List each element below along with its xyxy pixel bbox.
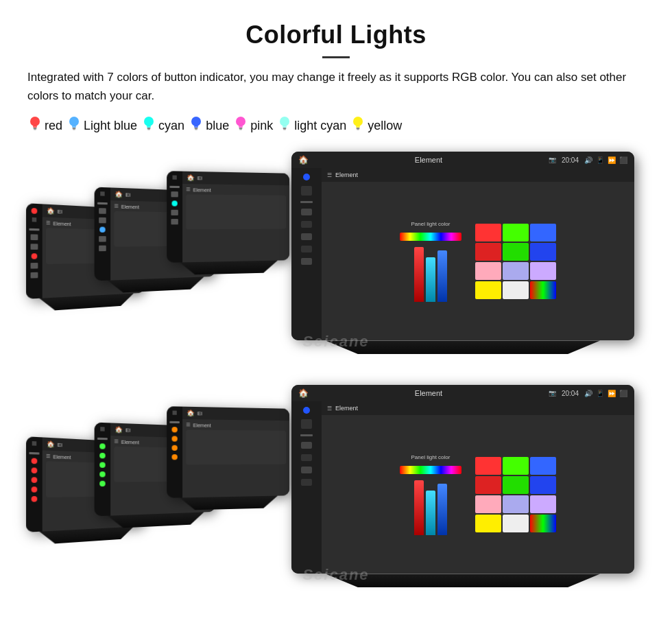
svg-rect-3	[34, 129, 36, 130]
svg-rect-26	[357, 128, 360, 129]
color-cell-0	[475, 224, 501, 242]
title-section: Colorful Lights	[27, 21, 645, 58]
svg-point-4	[69, 117, 79, 126]
color-cell-6	[475, 262, 501, 280]
cyan-label: cyan	[158, 119, 184, 133]
color-item-blue: blue	[189, 115, 229, 137]
blue-bulb-icon	[189, 115, 204, 137]
color-item-cyan: cyan	[141, 115, 184, 137]
svg-rect-19	[239, 129, 242, 130]
color-cell-4	[503, 243, 529, 261]
color-cell-7	[503, 495, 529, 513]
color-item-light-cyan: light cyan	[277, 115, 346, 137]
svg-rect-23	[283, 129, 286, 130]
svg-rect-25	[356, 126, 360, 128]
svg-rect-14	[195, 128, 198, 129]
svg-point-12	[191, 117, 201, 126]
color-cell-1	[503, 457, 529, 475]
red-label: red	[45, 119, 62, 133]
light-cyan-bulb-icon	[277, 115, 292, 137]
color-cell-3	[475, 476, 501, 494]
svg-rect-2	[34, 128, 37, 129]
svg-point-20	[280, 117, 289, 126]
color-cell-11	[530, 281, 556, 299]
yellow-bulb-icon	[350, 115, 365, 137]
svg-rect-6	[73, 128, 76, 129]
svg-rect-21	[283, 126, 287, 128]
svg-rect-17	[239, 126, 243, 128]
color-cell-10	[503, 281, 529, 299]
svg-rect-22	[283, 128, 287, 129]
svg-point-16	[236, 117, 245, 126]
color-item-light-blue: Light blue	[67, 115, 137, 137]
svg-rect-18	[239, 128, 243, 129]
light-blue-label: Light blue	[84, 119, 137, 133]
color-cell-4	[503, 476, 529, 494]
blue-label: blue	[206, 119, 229, 133]
svg-rect-11	[147, 129, 150, 130]
yellow-label: yellow	[368, 119, 402, 133]
color-item-red: red	[27, 115, 62, 137]
color-item-pink: pink	[233, 115, 273, 137]
svg-rect-27	[357, 129, 359, 130]
svg-point-24	[353, 117, 363, 126]
page-container: Colorful Lights Integrated with 7 colors…	[0, 0, 672, 611]
svg-point-8	[144, 117, 154, 126]
color-cell-9	[475, 281, 501, 299]
light-cyan-label: light cyan	[294, 119, 346, 133]
color-cell-0	[475, 457, 501, 475]
color-cell-8	[530, 495, 556, 513]
device-large-top: 🏠 Element 📷 20:04 🔊 📱 ⏩ ⬛	[291, 152, 634, 340]
color-cell-1	[503, 224, 529, 242]
red-bulb-icon	[27, 115, 43, 137]
bottom-device-stack: 🏠 El ☰ Element	[27, 385, 645, 584]
color-cell-3	[475, 243, 501, 261]
svg-rect-9	[147, 126, 151, 128]
pink-bulb-icon	[233, 115, 248, 137]
color-item-yellow: yellow	[350, 115, 402, 137]
pink-label: pink	[250, 119, 273, 133]
svg-rect-13	[194, 126, 198, 128]
color-indicators: red Light blue cyan blue pink light cyan	[27, 115, 645, 137]
svg-rect-5	[72, 126, 76, 128]
svg-rect-7	[73, 129, 75, 130]
svg-rect-1	[33, 126, 37, 128]
svg-rect-15	[195, 129, 197, 130]
color-cell-2	[530, 224, 556, 242]
description-text: Integrated with 7 colors of button indic…	[27, 68, 645, 105]
color-cell-2	[530, 457, 556, 475]
page-title: Colorful Lights	[27, 21, 645, 49]
color-cell-11	[530, 515, 556, 532]
svg-point-0	[30, 117, 40, 126]
color-cell-6	[475, 495, 501, 513]
color-cell-8	[530, 262, 556, 280]
color-cell-5	[530, 476, 556, 494]
device-bottom-small-3: 🏠 El ☰ Element	[167, 407, 289, 499]
svg-rect-10	[147, 128, 151, 129]
device-small-3: 🏠 El ☰ Element	[167, 172, 289, 263]
device-large-bottom: 🏠 Element 📷 20:04 🔊 📱 ⏩ ⬛	[291, 385, 634, 574]
color-cell-9	[475, 515, 501, 532]
cyan-bulb-icon	[141, 115, 156, 137]
color-cell-7	[503, 262, 529, 280]
color-cell-5	[530, 243, 556, 261]
top-device-stack: 🏠 El ☰ Element	[27, 152, 645, 351]
color-cell-10	[503, 515, 529, 532]
title-divider	[322, 56, 350, 58]
light-blue-bulb-icon	[67, 115, 82, 137]
